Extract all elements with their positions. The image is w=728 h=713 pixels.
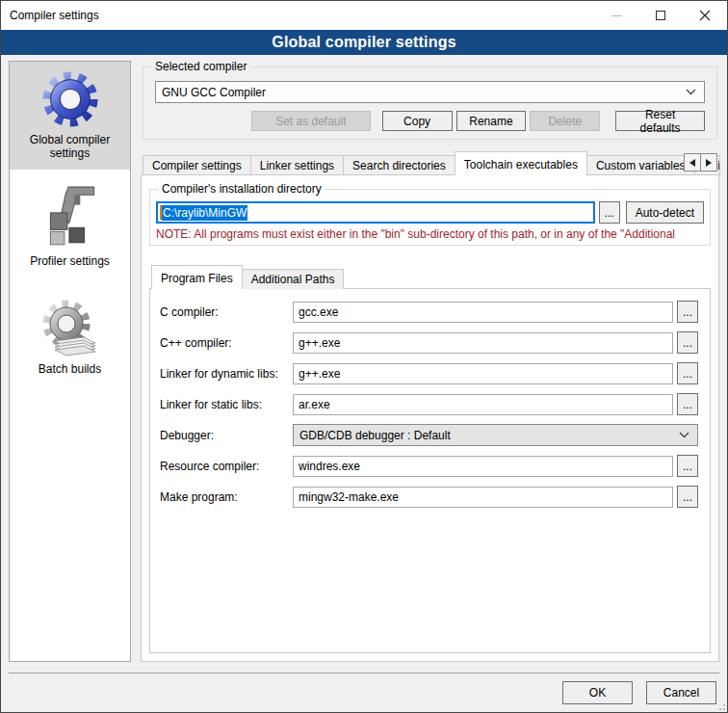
sidebar-item-label: Global compiler settings <box>12 133 128 160</box>
linker-dynamic-input[interactable] <box>293 363 673 384</box>
reset-defaults-button[interactable]: Reset defaults <box>615 111 705 131</box>
minimize-button[interactable] <box>594 1 638 30</box>
sidebar-item-profiler-settings[interactable]: Profiler settings <box>10 170 130 277</box>
toolchain-executables-page: Compiler's installation directory C:\ray… <box>141 174 719 662</box>
rename-button[interactable]: Rename <box>456 111 527 131</box>
close-icon <box>699 10 711 21</box>
make-program-input[interactable] <box>293 487 673 508</box>
installation-directory-input[interactable]: C:\raylib\MinGW <box>156 201 595 224</box>
auto-detect-button[interactable]: Auto-detect <box>626 201 704 224</box>
minimize-icon <box>611 15 622 16</box>
installation-directory-group: Compiler's installation directory C:\ray… <box>149 189 711 246</box>
tab-linker-settings[interactable]: Linker settings <box>250 155 344 175</box>
installation-directory-legend: Compiler's installation directory <box>158 182 325 196</box>
make-program-browse-button[interactable]: ... <box>677 486 698 508</box>
batch-builds-gear-icon <box>39 299 101 358</box>
sidebar-item-global-compiler-settings[interactable]: Global compiler settings <box>10 62 130 170</box>
selected-compiler-legend: Selected compiler <box>151 60 250 73</box>
dialog-body: Global compiler settings Profiler settin… <box>1 55 727 673</box>
copy-button[interactable]: Copy <box>382 111 453 131</box>
tab-scroll-left-button[interactable] <box>684 153 701 172</box>
tab-custom-variables[interactable]: Custom variables <box>586 155 695 175</box>
installation-note: NOTE: All programs must exist either in … <box>156 227 704 241</box>
ok-button[interactable]: OK <box>562 681 633 704</box>
cpp-compiler-label: C++ compiler: <box>160 336 293 350</box>
settings-category-list: Global compiler settings Profiler settin… <box>9 61 131 662</box>
field-row-cpp-compiler: C++ compiler: ... <box>160 331 698 354</box>
main-panel: Selected compiler GNU GCC Compiler Set a… <box>141 61 719 662</box>
chevron-down-icon <box>686 89 696 95</box>
resource-compiler-browse-button[interactable]: ... <box>677 455 698 477</box>
profiler-caliper-icon <box>39 183 102 251</box>
arrow-right-icon <box>706 159 712 167</box>
window-title: Compiler settings <box>1 9 99 22</box>
browse-directory-button[interactable]: ... <box>599 201 620 224</box>
tab-compiler-settings[interactable]: Compiler settings <box>143 155 251 175</box>
arrow-left-icon <box>689 159 695 167</box>
compiler-settings-dialog: Compiler settings Global compiler settin… <box>0 0 728 713</box>
c-compiler-input[interactable] <box>293 302 673 323</box>
page-title: Global compiler settings <box>1 30 727 55</box>
close-button[interactable] <box>683 1 727 30</box>
dialog-footer: OK Cancel <box>1 673 727 712</box>
tab-search-directories[interactable]: Search directories <box>343 155 455 175</box>
field-row-c-compiler: C compiler: ... <box>160 301 698 323</box>
sidebar-item-label: Profiler settings <box>30 254 110 268</box>
maximize-button[interactable] <box>638 1 683 30</box>
resource-compiler-input[interactable] <box>293 456 673 477</box>
tab-scroll-right-button[interactable] <box>700 153 717 172</box>
toolchain-subtabs: Program Files Additional Paths <box>149 265 711 289</box>
field-row-linker-dynamic: Linker for dynamic libs: ... <box>160 362 698 384</box>
subtab-program-files[interactable]: Program Files <box>151 265 243 289</box>
selected-compiler-group: Selected compiler GNU GCC Compiler Set a… <box>143 66 717 140</box>
program-files-page: C compiler: ... C++ compiler: ... Linker… <box>149 288 711 653</box>
c-compiler-label: C compiler: <box>160 305 293 319</box>
sidebar-item-label: Batch builds <box>39 362 101 376</box>
installation-directory-value: C:\raylib\MinGW <box>162 205 247 221</box>
title-bar: Compiler settings <box>1 1 727 30</box>
linker-dynamic-browse-button[interactable]: ... <box>677 362 698 384</box>
subtab-additional-paths[interactable]: Additional Paths <box>242 269 345 289</box>
field-row-linker-static: Linker for static libs: ... <box>160 393 698 415</box>
footer-separator <box>9 673 719 673</box>
sidebar-item-batch-builds[interactable]: Batch builds <box>10 277 130 385</box>
compiler-tabs: Compiler settings Linker settings Search… <box>141 151 719 175</box>
linker-static-browse-button[interactable]: ... <box>677 393 698 415</box>
linker-static-label: Linker for static libs: <box>160 398 293 411</box>
field-row-make-program: Make program: ... <box>160 486 698 508</box>
debugger-label: Debugger: <box>160 429 293 442</box>
compiler-select-value: GNU GCC Compiler <box>162 86 680 99</box>
field-row-resource-compiler: Resource compiler: ... <box>160 455 698 477</box>
linker-dynamic-label: Linker for dynamic libs: <box>160 367 293 381</box>
cpp-compiler-browse-button[interactable]: ... <box>677 331 698 354</box>
resize-grip[interactable] <box>715 700 725 710</box>
chevron-down-icon <box>679 432 689 438</box>
c-compiler-browse-button[interactable]: ... <box>677 301 698 323</box>
linker-static-input[interactable] <box>293 394 673 415</box>
make-program-label: Make program: <box>160 490 293 504</box>
delete-button[interactable]: Delete <box>530 111 600 131</box>
debugger-select-value: GDB/CDB debugger : Default <box>299 429 673 442</box>
cpp-compiler-input[interactable] <box>293 332 673 354</box>
tab-toolchain-executables[interactable]: Toolchain executables <box>455 151 587 175</box>
set-as-default-button[interactable]: Set as default <box>251 111 371 131</box>
maximize-icon <box>656 11 665 20</box>
debugger-select[interactable]: GDB/CDB debugger : Default <box>293 424 698 446</box>
resource-compiler-label: Resource compiler: <box>160 460 293 473</box>
blue-gear-icon <box>40 69 100 129</box>
field-row-debugger: Debugger: GDB/CDB debugger : Default <box>160 424 698 446</box>
cancel-button[interactable]: Cancel <box>646 681 716 704</box>
compiler-select[interactable]: GNU GCC Compiler <box>155 81 705 103</box>
